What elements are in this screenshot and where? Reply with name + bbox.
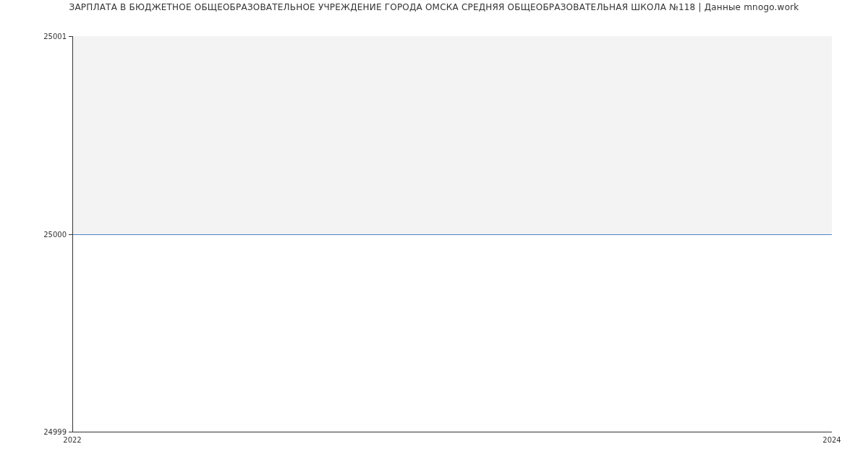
y-tick-mark bbox=[69, 432, 72, 432]
y-tick-label: 24999 bbox=[0, 428, 67, 436]
axis-spine-left bbox=[72, 36, 73, 432]
x-tick-label: 2022 bbox=[63, 436, 81, 444]
y-tick-label: 25000 bbox=[0, 230, 67, 238]
plot-area bbox=[72, 36, 832, 432]
y-tick-mark bbox=[69, 234, 72, 235]
chart-fill bbox=[72, 36, 832, 234]
axis-spine-bottom bbox=[72, 432, 832, 432]
y-tick-mark bbox=[69, 36, 72, 37]
chart-figure: ЗАРПЛАТА В БЮДЖЕТНОЕ ОБЩЕОБРАЗОВАТЕЛЬНОЕ… bbox=[0, 0, 868, 470]
x-tick-label: 2024 bbox=[822, 436, 841, 444]
y-tick-label: 25001 bbox=[0, 33, 67, 40]
chart-title: ЗАРПЛАТА В БЮДЖЕТНОЕ ОБЩЕОБРАЗОВАТЕЛЬНОЕ… bbox=[0, 2, 868, 12]
chart-line bbox=[72, 234, 832, 235]
